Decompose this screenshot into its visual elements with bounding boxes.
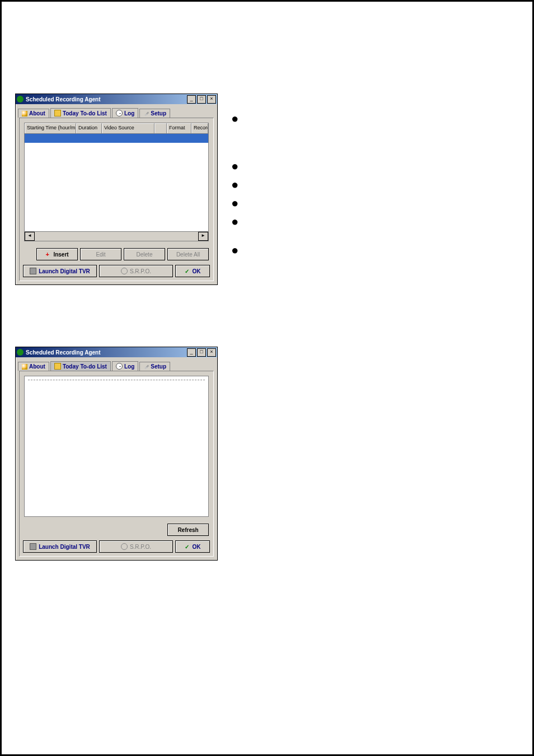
window-scheduled-recording-agent-log: Scheduled Recording Agent _ □ × About To… xyxy=(15,347,218,561)
launch-digital-tvr-button[interactable]: Launch Digital TVR xyxy=(23,540,97,553)
client-area: Refresh Launch Digital TVR S.R.P.O. OK xyxy=(19,371,214,557)
table-button-row: Insert Edit Delete Delete All xyxy=(20,246,213,263)
horizontal-scrollbar[interactable]: ◄ ► xyxy=(25,231,208,241)
maximize-button[interactable]: □ xyxy=(197,95,206,104)
minimize-button[interactable]: _ xyxy=(187,348,196,357)
log-focus-outline xyxy=(28,380,205,380)
about-icon xyxy=(22,364,27,370)
tab-setup[interactable]: Setup xyxy=(139,109,170,118)
todo-table[interactable]: Starting Time (hour/minute) Duration Vid… xyxy=(24,123,209,241)
col-blank[interactable] xyxy=(154,123,167,133)
delete-label: Delete xyxy=(137,251,153,258)
col-duration[interactable]: Duration xyxy=(76,123,102,133)
row-todo-section: Scheduled Recording Agent _ □ × About To… xyxy=(15,94,519,285)
folder-icon xyxy=(54,363,61,370)
tab-about[interactable]: About xyxy=(18,362,49,371)
bottom-button-row: Launch Digital TVR S.R.P.O. OK xyxy=(20,263,213,281)
launch-label: Launch Digital TVR xyxy=(39,544,90,550)
bottom-button-row: Launch Digital TVR S.R.P.O. OK xyxy=(20,538,213,556)
close-button[interactable]: × xyxy=(207,95,216,104)
srpo-button[interactable]: S.R.P.O. xyxy=(99,540,173,553)
plus-icon xyxy=(45,251,51,257)
col-video-source[interactable]: Video Source xyxy=(102,123,154,133)
bullet-item xyxy=(231,212,243,231)
tab-setup-label: Setup xyxy=(151,110,166,116)
tab-today-todo[interactable]: Today To-do List xyxy=(50,361,111,371)
titlebar: Scheduled Recording Agent _ □ × xyxy=(16,347,217,357)
tab-log[interactable]: Log xyxy=(112,108,138,118)
ok-button[interactable]: OK xyxy=(175,540,210,553)
selected-row[interactable] xyxy=(25,134,208,143)
srpo-button[interactable]: S.R.P.O. xyxy=(99,265,173,277)
tab-about-label: About xyxy=(29,110,45,116)
ok-button[interactable]: OK xyxy=(175,265,210,277)
log-icon xyxy=(116,363,123,370)
launch-label: Launch Digital TVR xyxy=(39,268,90,274)
tab-todo-label: Today To-do List xyxy=(63,363,107,370)
tab-setup[interactable]: Setup xyxy=(139,362,170,371)
tab-log[interactable]: Log xyxy=(112,361,138,371)
delete-all-button[interactable]: Delete All xyxy=(167,248,209,260)
tab-about[interactable]: About xyxy=(18,109,49,118)
ok-label: OK xyxy=(193,268,201,274)
app-icon xyxy=(17,349,24,356)
window-scheduled-recording-agent-todo: Scheduled Recording Agent _ □ × About To… xyxy=(15,94,218,285)
refresh-button[interactable]: Refresh xyxy=(167,524,209,536)
scroll-right-arrow-icon[interactable]: ► xyxy=(198,232,208,241)
minimize-button[interactable]: _ xyxy=(187,95,196,104)
document-page: Scheduled Recording Agent _ □ × About To… xyxy=(0,0,534,756)
folder-icon xyxy=(54,110,61,116)
bullet-item xyxy=(231,194,243,212)
tab-log-label: Log xyxy=(124,110,134,116)
check-icon xyxy=(185,268,190,274)
tools-icon xyxy=(143,364,149,370)
tab-log-label: Log xyxy=(124,363,134,370)
log-icon xyxy=(116,110,123,116)
tab-today-todo[interactable]: Today To-do List xyxy=(50,108,111,118)
tabstrip: About Today To-do List Log Setup xyxy=(16,357,217,371)
window-title: Scheduled Recording Agent xyxy=(26,96,101,102)
tab-about-label: About xyxy=(29,363,45,370)
tabstrip: About Today To-do List Log Setup xyxy=(16,104,217,118)
row-log-section: Scheduled Recording Agent _ □ × About To… xyxy=(15,347,519,561)
tv-icon xyxy=(30,268,36,274)
window-title: Scheduled Recording Agent xyxy=(26,349,101,356)
circle-icon xyxy=(121,543,128,550)
refresh-label: Refresh xyxy=(177,527,198,533)
edit-label: Edit xyxy=(96,251,105,258)
close-button[interactable]: × xyxy=(207,348,216,357)
bullet-item xyxy=(231,175,243,194)
col-format[interactable]: Format xyxy=(167,123,191,133)
srpo-label: S.R.P.O. xyxy=(130,268,151,274)
bullet-item xyxy=(231,109,243,128)
col-record[interactable]: Record xyxy=(191,123,208,133)
bullet-item xyxy=(231,157,243,175)
insert-button[interactable]: Insert xyxy=(36,248,78,260)
tv-icon xyxy=(30,543,36,550)
delete-all-label: Delete All xyxy=(176,251,200,258)
client-area: Starting Time (hour/minute) Duration Vid… xyxy=(19,118,214,281)
srpo-label: S.R.P.O. xyxy=(130,544,151,550)
delete-button[interactable]: Delete xyxy=(124,248,165,260)
tab-setup-label: Setup xyxy=(151,363,166,370)
circle-icon xyxy=(121,268,128,274)
tab-todo-label: Today To-do List xyxy=(63,110,107,116)
insert-label: Insert xyxy=(53,251,68,258)
ok-label: OK xyxy=(193,544,201,550)
app-icon xyxy=(17,96,24,102)
log-textarea[interactable] xyxy=(24,376,209,517)
tools-icon xyxy=(143,111,149,116)
edit-button[interactable]: Edit xyxy=(80,248,121,260)
bullet-list-1 xyxy=(231,106,243,259)
bullet-item xyxy=(231,241,243,259)
check-icon xyxy=(185,544,190,549)
titlebar: Scheduled Recording Agent _ □ × xyxy=(16,94,217,104)
col-starting-time[interactable]: Starting Time (hour/minute) xyxy=(25,123,76,133)
maximize-button[interactable]: □ xyxy=(197,348,206,357)
table-header-row: Starting Time (hour/minute) Duration Vid… xyxy=(25,123,208,134)
launch-digital-tvr-button[interactable]: Launch Digital TVR xyxy=(23,265,97,277)
about-icon xyxy=(22,111,27,116)
scroll-left-arrow-icon[interactable]: ◄ xyxy=(25,232,35,241)
refresh-row: Refresh xyxy=(20,521,213,538)
